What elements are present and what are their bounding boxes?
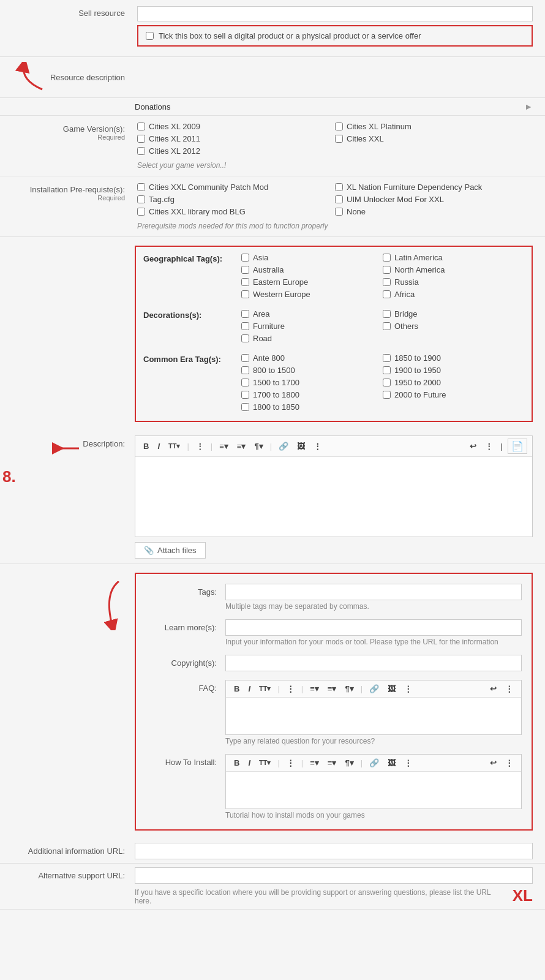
faq-bold-btn[interactable]: B — [231, 683, 242, 695]
install-image-btn[interactable]: 🖼 — [385, 757, 399, 769]
cb-none[interactable] — [335, 208, 343, 216]
cb-cities2012[interactable] — [137, 147, 145, 155]
desc-bold-btn[interactable]: B — [140, 440, 152, 452]
donations-row[interactable]: Donations ► — [0, 98, 545, 116]
attach-icon: 📎 — [144, 546, 154, 555]
cb-road[interactable] — [241, 334, 249, 342]
game-versions-content: Cities XL 2009 Cities XL 2011 Cities XL … — [135, 122, 545, 170]
cb-community-patch[interactable] — [137, 183, 145, 191]
cb-xl-nation[interactable] — [335, 183, 343, 191]
desc-more-btn[interactable]: ⋮ — [193, 440, 207, 452]
geo-tags-row: Geographical Tag(s): Asia Australia — [143, 253, 524, 302]
cb-uim[interactable] — [335, 195, 343, 203]
desc-image-btn[interactable]: 🖼 — [294, 440, 308, 452]
cb-ante800[interactable] — [241, 354, 249, 362]
faq-italic-btn[interactable]: I — [245, 683, 254, 695]
cb-1950-2000[interactable] — [383, 379, 391, 386]
install-bold-btn[interactable]: B — [231, 757, 242, 769]
learn-more-hint: Input your information for your mods or … — [225, 638, 522, 646]
sell-resource-select[interactable] — [137, 6, 533, 21]
install-more-btn[interactable]: ⋮ — [284, 757, 298, 769]
faq-content: B I TT▾ | ⋮ | ≡▾ ≡▾ ¶▾ | 🔗 — [225, 680, 522, 745]
alt-support-input[interactable] — [135, 867, 533, 884]
game-versions-row: Game Version(s): Required Cities XL 2009… — [0, 116, 545, 176]
desc-undo-btn[interactable]: ↩ — [467, 440, 479, 452]
resource-description-label: Resource description — [50, 73, 125, 82]
cb-north-america[interactable] — [383, 266, 391, 274]
cb-asia[interactable] — [241, 254, 249, 262]
cb-cities2009[interactable] — [137, 123, 145, 130]
geo-tags-content: Asia Australia Eastern Europe — [241, 253, 524, 302]
cb-africa[interactable] — [383, 290, 391, 298]
version-cities2009: Cities XL 2009 — [137, 122, 335, 131]
cb-library[interactable] — [137, 208, 145, 216]
cb-1850-1900[interactable] — [383, 354, 391, 362]
desc-list1-btn[interactable]: ≡▾ — [216, 440, 231, 452]
decorations-content: Area Furniture Road — [241, 309, 524, 346]
cb-australia[interactable] — [241, 266, 249, 274]
install-para-btn[interactable]: ¶▾ — [342, 757, 356, 769]
cb-2000-future[interactable] — [383, 391, 391, 399]
cb-800-1500[interactable] — [241, 366, 249, 374]
desc-more3-btn[interactable]: ⋮ — [482, 440, 496, 452]
faq-undo-btn[interactable]: ↩ — [487, 683, 500, 695]
cb-1500-1700[interactable] — [241, 379, 249, 386]
deco-furniture: Furniture — [241, 322, 383, 331]
copyright-input[interactable] — [225, 655, 522, 671]
learn-more-input[interactable] — [225, 619, 522, 636]
cb-xxl[interactable] — [335, 135, 343, 143]
cb-furniture[interactable] — [241, 322, 249, 330]
desc-para-btn[interactable]: ¶▾ — [251, 440, 266, 452]
desc-texttype-btn[interactable]: TT▾ — [165, 441, 183, 451]
faq-hint: Type any related question for your resou… — [225, 737, 522, 745]
install-texttype-btn[interactable]: TT▾ — [256, 758, 274, 768]
faq-image-btn[interactable]: 🖼 — [385, 683, 399, 695]
desc-source-btn[interactable]: 📄 — [508, 439, 527, 454]
cb-others[interactable] — [383, 322, 391, 330]
cb-1800-1850[interactable] — [241, 403, 249, 411]
cb-1900-1950[interactable] — [383, 366, 391, 374]
desc-italic-btn[interactable]: I — [154, 440, 163, 452]
cb-western-europe[interactable] — [241, 290, 249, 298]
cb-tagcfg[interactable] — [137, 195, 145, 203]
cb-russia[interactable] — [383, 278, 391, 286]
bottom-tags-section: Tags: Multiple tags may be separated by … — [0, 564, 545, 839]
cb-platinum[interactable] — [335, 123, 343, 130]
faq-list2-btn[interactable]: ≡▾ — [325, 683, 340, 695]
faq-editor-area[interactable] — [226, 698, 521, 734]
version-cities2011: Cities XL 2011 — [137, 134, 335, 143]
install-italic-btn[interactable]: I — [245, 757, 254, 769]
install-undo-btn[interactable]: ↩ — [487, 757, 500, 769]
faq-link-btn[interactable]: 🔗 — [366, 683, 382, 695]
xl-logo: XL — [513, 886, 533, 905]
installation-prereqs-content: Cities XXL Community Patch Mod Tag.cfg C… — [135, 183, 545, 230]
additional-info-input[interactable] — [135, 843, 533, 859]
faq-more2-btn[interactable]: ⋮ — [401, 683, 415, 695]
install-more3-btn[interactable]: ⋮ — [502, 757, 516, 769]
arrow-annotation-1 — [15, 62, 45, 92]
era-800-1500: 800 to 1500 — [241, 366, 383, 375]
cb-cities2011[interactable] — [137, 135, 145, 143]
cb-area[interactable] — [241, 310, 249, 318]
description-editor-area[interactable] — [135, 457, 532, 537]
cb-bridge[interactable] — [383, 310, 391, 318]
faq-more-btn[interactable]: ⋮ — [284, 683, 298, 695]
faq-para-btn[interactable]: ¶▾ — [342, 683, 356, 695]
install-list1-btn[interactable]: ≡▾ — [307, 757, 322, 769]
install-list2-btn[interactable]: ≡▾ — [325, 757, 340, 769]
faq-more3-btn[interactable]: ⋮ — [502, 683, 516, 695]
install-editor-area[interactable] — [226, 772, 521, 809]
cb-eastern-europe[interactable] — [241, 278, 249, 286]
cb-1700-1800[interactable] — [241, 391, 249, 399]
install-link-btn[interactable]: 🔗 — [366, 757, 382, 769]
faq-list1-btn[interactable]: ≡▾ — [307, 683, 322, 695]
cb-latin-america[interactable] — [383, 254, 391, 262]
tick-sell-checkbox[interactable] — [146, 32, 154, 40]
desc-list2-btn[interactable]: ≡▾ — [234, 440, 249, 452]
desc-more2-btn[interactable]: ⋮ — [310, 440, 325, 452]
faq-texttype-btn[interactable]: TT▾ — [256, 684, 274, 694]
desc-link-btn[interactable]: 🔗 — [276, 440, 291, 452]
tags-input[interactable] — [225, 584, 522, 600]
install-more2-btn[interactable]: ⋮ — [401, 757, 415, 769]
attach-files-btn[interactable]: 📎 Attach files — [135, 542, 206, 559]
